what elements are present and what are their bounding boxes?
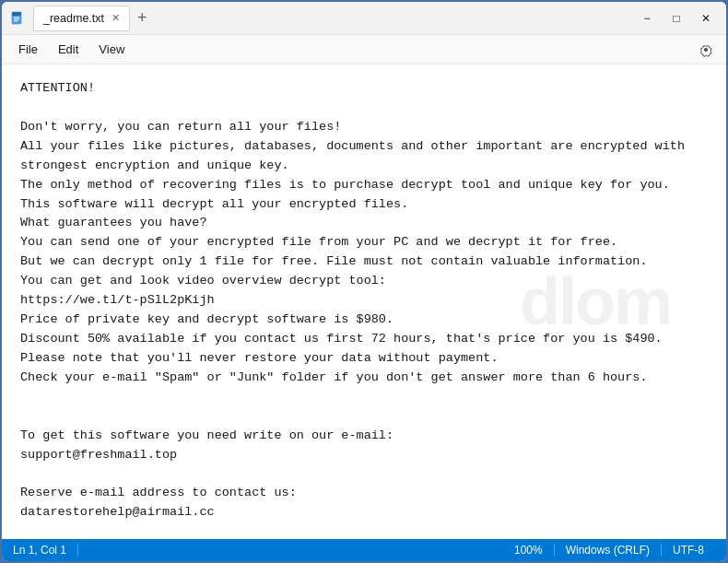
text-line: Reserve e-mail address to contact us: bbox=[20, 484, 708, 503]
text-line: ATTENTION! bbox=[20, 79, 708, 99]
app-icon bbox=[9, 10, 26, 27]
text-line: You can get and look video overview decr… bbox=[20, 272, 708, 291]
zoom-level: 100% bbox=[503, 544, 555, 557]
text-line bbox=[20, 522, 708, 539]
menu-view[interactable]: View bbox=[89, 39, 134, 60]
text-line: But we can decrypt only 1 file for free.… bbox=[20, 252, 708, 272]
status-bar: Ln 1, Col 1 100% Windows (CRLF) UTF-8 bbox=[2, 539, 726, 561]
menu-file[interactable]: File bbox=[9, 39, 47, 60]
menu-edit[interactable]: Edit bbox=[49, 39, 88, 60]
notepad-window: _readme.txt ✕ + − □ ✕ File Edit View dlo… bbox=[0, 0, 728, 563]
text-line: Check your e-mail "Spam" or "Junk" folde… bbox=[20, 369, 708, 388]
text-line: You can send one of your encrypted file … bbox=[20, 233, 708, 252]
text-line: The only method of recovering files is t… bbox=[20, 176, 708, 195]
line-ending: Windows (CRLF) bbox=[555, 544, 662, 557]
active-tab[interactable]: _readme.txt ✕ bbox=[33, 6, 130, 31]
text-line: This software will decrypt all your encr… bbox=[20, 195, 708, 215]
text-line: Please note that you'll never restore yo… bbox=[20, 349, 708, 369]
menu-items: File Edit View bbox=[9, 39, 134, 60]
minimize-button[interactable]: − bbox=[634, 6, 660, 31]
text-line: All your files like pictures, databases,… bbox=[20, 137, 708, 157]
window-controls: − □ ✕ bbox=[634, 6, 719, 31]
cursor-position: Ln 1, Col 1 bbox=[13, 544, 78, 557]
text-line: datarestorehelp@airmail.cc bbox=[20, 503, 708, 522]
text-line bbox=[20, 388, 708, 407]
text-line: Price of private key and decrypt softwar… bbox=[20, 311, 708, 330]
text-line: Discount 50% available if you contact us… bbox=[20, 330, 708, 349]
menu-bar: File Edit View bbox=[2, 35, 726, 65]
text-line bbox=[20, 464, 708, 484]
document-text: ATTENTION!Don't worry, you can return al… bbox=[20, 79, 708, 539]
text-line: What guarantees you have? bbox=[20, 214, 708, 233]
text-line: To get this software you need write on o… bbox=[20, 427, 708, 446]
text-line: support@freshmail.top bbox=[20, 446, 708, 465]
settings-button[interactable] bbox=[693, 37, 719, 63]
text-line: Don't worry, you can return all your fil… bbox=[20, 118, 708, 137]
tab-label: _readme.txt bbox=[43, 12, 104, 25]
tab-close-button[interactable]: ✕ bbox=[112, 12, 120, 24]
close-button[interactable]: ✕ bbox=[693, 6, 719, 31]
text-line: strongest encryption and unique key. bbox=[20, 157, 708, 176]
text-line: https://we.tl/t-pSlL2pKijh bbox=[20, 291, 708, 311]
encoding: UTF-8 bbox=[662, 544, 715, 557]
title-bar: _readme.txt ✕ + − □ ✕ bbox=[2, 2, 726, 35]
svg-rect-1 bbox=[12, 12, 21, 16]
text-content-area[interactable]: dlom ATTENTION!Don't worry, you can retu… bbox=[2, 65, 726, 539]
text-line bbox=[20, 99, 708, 118]
maximize-button[interactable]: □ bbox=[663, 6, 689, 31]
text-line bbox=[20, 407, 708, 427]
new-tab-button[interactable]: + bbox=[132, 8, 153, 28]
